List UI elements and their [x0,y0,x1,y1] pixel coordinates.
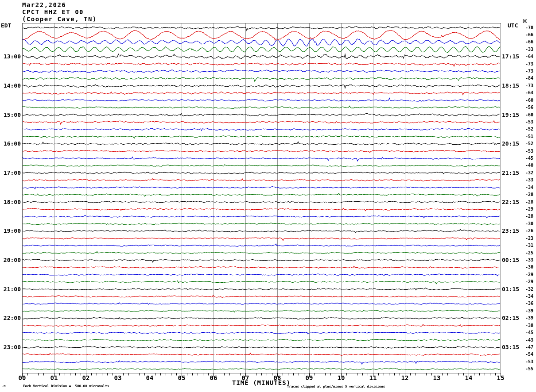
dc-value: -54 [525,352,533,357]
time-label-utc: 00:15 [502,257,519,264]
dc-value: -34 [525,294,533,299]
dc-value: -52 [525,141,533,146]
dc-value: -30 [525,221,533,227]
dc-value: -45 [525,156,533,161]
dc-value: -33 [525,177,533,183]
dc-value: -56 [525,105,533,110]
time-label-utc: 23:15 [502,227,519,234]
time-label-edt: 17:00 [0,169,21,177]
dc-value: -60 [525,98,533,103]
time-label-utc: 20:15 [502,140,519,147]
time-label-utc: 19:15 [502,111,519,119]
time-label-edt: 22:00 [0,315,21,322]
time-label-edt: 20:00 [0,257,21,264]
time-label-utc: 18:15 [502,82,519,89]
dc-value: -60 [525,112,533,118]
time-label-utc: 22:15 [502,199,519,206]
dc-value: -84 [525,76,533,81]
time-label-utc: 03:15 [502,344,519,351]
dc-value: -23 [525,236,533,241]
dc-value: -64 [525,90,533,96]
utc-header-label: UTC [508,22,518,29]
dc-header-label: DC [523,19,527,23]
edt-header-label: EDT [1,22,11,29]
dc-value: -32 [525,170,533,176]
dc-value: -36 [525,301,533,306]
time-label-utc: 02:15 [502,315,519,322]
dc-value: -26 [525,228,533,234]
dc-value: -78 [525,25,533,31]
dc-value: -29 [525,272,533,277]
time-label-edt: 14:00 [0,82,21,89]
time-label-edt: 23:00 [0,344,21,351]
dc-value: -29 [525,207,533,212]
dc-value: -39 [525,315,533,321]
dc-value: -28 [525,192,533,197]
time-label-edt: 18:00 [0,199,21,206]
dc-value: -25 [525,250,533,256]
time-label-utc: 01:15 [502,286,519,293]
time-label-edt: 19:00 [0,227,21,234]
time-label-utc: 17:15 [502,53,519,60]
dc-value: -28 [525,214,533,219]
dc-value: -40 [525,163,533,168]
title-station: CPCT HHZ ET 00 [22,8,84,15]
dc-value: -45 [525,330,533,335]
clipping-note: Traces clipped at plus/minus 5 vertical … [287,384,385,388]
dc-value: -52 [525,127,533,132]
time-label-edt: 16:00 [0,140,21,147]
dc-value: -47 [525,345,533,350]
time-label-utc: 21:15 [502,169,519,177]
title-site: (Cooper Cave, TN) [22,15,97,23]
dc-value: -55 [525,366,533,372]
time-label-edt: 15:00 [0,111,21,119]
dc-value: -51 [525,134,533,139]
dc-value: -33 [525,47,533,52]
dc-value: -73 [525,83,533,88]
dc-value: -64 [525,54,533,59]
dc-value: -53 [525,149,533,154]
dc-value: -28 [525,200,533,205]
dc-value: -29 [525,279,533,284]
webicorder-page: Mar22,2026 CPCT HHZ ET 00 (Cooper Cave, … [0,0,536,392]
title-date: Mar22,2026 [22,1,66,8]
dc-value: -30 [525,265,533,270]
dc-value: -38 [525,323,533,328]
corner-mark: .M [2,384,5,388]
dc-value: -31 [525,243,533,248]
dc-value: -53 [525,359,533,365]
dc-value: -32 [525,287,533,292]
time-label-edt: 13:00 [0,53,21,60]
seismogram-canvas [0,0,536,392]
dc-value: -66 [525,39,533,45]
time-label-edt: 21:00 [0,286,21,293]
dc-value: -43 [525,338,533,343]
dc-value: -73 [525,61,533,67]
dc-value: -39 [525,308,533,314]
dc-value: -33 [525,257,533,263]
dc-value: -53 [525,119,533,125]
dc-value: -66 [525,32,533,38]
dc-value: -34 [525,185,533,190]
vertical-division-note: Each Vertical Division = 500.00 microvol… [23,384,109,388]
dc-value: -73 [525,69,533,74]
